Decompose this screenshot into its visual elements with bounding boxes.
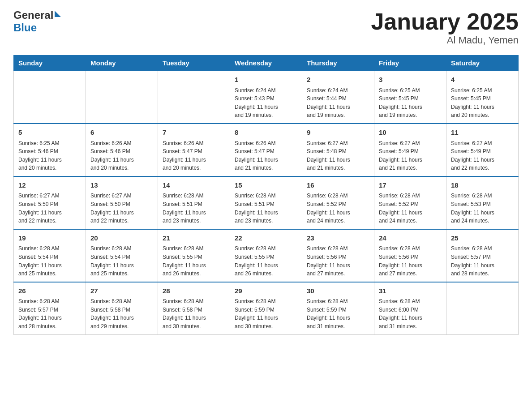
weekday-header-friday: Friday [374, 56, 446, 71]
calendar-week-3: 12Sunrise: 6:27 AMSunset: 5:50 PMDayligh… [14, 176, 519, 229]
day-number: 7 [163, 128, 225, 138]
calendar-cell: 17Sunrise: 6:28 AMSunset: 5:52 PMDayligh… [374, 176, 446, 229]
day-number: 10 [379, 128, 442, 138]
logo: General Blue [13, 9, 61, 34]
calendar-location: Al Madu, Yemen [371, 34, 519, 46]
calendar-cell: 9Sunrise: 6:27 AMSunset: 5:48 PMDaylight… [302, 124, 374, 176]
day-info: Sunrise: 6:28 AMSunset: 5:59 PMDaylight:… [307, 297, 369, 330]
calendar-cell: 19Sunrise: 6:28 AMSunset: 5:54 PMDayligh… [14, 229, 86, 282]
day-info: Sunrise: 6:28 AMSunset: 5:54 PMDaylight:… [18, 244, 81, 278]
day-info: Sunrise: 6:28 AMSunset: 5:57 PMDaylight:… [451, 244, 514, 278]
day-number: 2 [307, 75, 369, 85]
calendar-cell: 18Sunrise: 6:28 AMSunset: 5:53 PMDayligh… [446, 176, 519, 229]
calendar-header: SundayMondayTuesdayWednesdayThursdayFrid… [14, 56, 519, 71]
day-info: Sunrise: 6:26 AMSunset: 5:46 PMDaylight:… [90, 139, 153, 172]
day-info: Sunrise: 6:28 AMSunset: 5:53 PMDaylight:… [451, 192, 514, 225]
day-info: Sunrise: 6:28 AMSunset: 5:52 PMDaylight:… [379, 192, 442, 225]
calendar-cell [446, 282, 519, 334]
day-info: Sunrise: 6:28 AMSunset: 5:51 PMDaylight:… [163, 192, 225, 225]
day-number: 17 [379, 180, 442, 191]
day-info: Sunrise: 6:28 AMSunset: 5:56 PMDaylight:… [379, 244, 442, 278]
day-number: 22 [235, 233, 297, 244]
day-number: 31 [379, 286, 442, 296]
day-info: Sunrise: 6:28 AMSunset: 5:51 PMDaylight:… [235, 192, 297, 225]
calendar-cell: 29Sunrise: 6:28 AMSunset: 5:59 PMDayligh… [230, 282, 302, 334]
day-number: 5 [18, 128, 81, 138]
day-info: Sunrise: 6:28 AMSunset: 5:56 PMDaylight:… [307, 244, 369, 278]
day-number: 18 [451, 180, 514, 191]
day-number: 14 [163, 180, 225, 191]
weekday-header-sunday: Sunday [14, 56, 86, 71]
day-number: 26 [18, 286, 81, 296]
logo-general-text: General [13, 9, 53, 21]
day-number: 9 [307, 128, 369, 138]
calendar-cell: 21Sunrise: 6:28 AMSunset: 5:55 PMDayligh… [158, 229, 230, 282]
logo-blue-text: Blue [13, 21, 37, 34]
day-info: Sunrise: 6:26 AMSunset: 5:47 PMDaylight:… [235, 139, 297, 172]
calendar-cell: 31Sunrise: 6:28 AMSunset: 6:00 PMDayligh… [374, 282, 446, 334]
calendar-cell: 1Sunrise: 6:24 AMSunset: 5:43 PMDaylight… [230, 71, 302, 124]
day-number: 3 [379, 75, 442, 85]
calendar-cell [86, 71, 158, 124]
day-info: Sunrise: 6:27 AMSunset: 5:49 PMDaylight:… [451, 139, 514, 172]
calendar-cell: 26Sunrise: 6:28 AMSunset: 5:57 PMDayligh… [14, 282, 86, 334]
title-block: January 2025 Al Madu, Yemen [371, 9, 519, 46]
calendar-cell: 22Sunrise: 6:28 AMSunset: 5:55 PMDayligh… [230, 229, 302, 282]
day-number: 1 [235, 75, 297, 85]
calendar-cell: 23Sunrise: 6:28 AMSunset: 5:56 PMDayligh… [302, 229, 374, 282]
day-info: Sunrise: 6:27 AMSunset: 5:48 PMDaylight:… [307, 139, 369, 172]
day-info: Sunrise: 6:24 AMSunset: 5:43 PMDaylight:… [235, 86, 297, 120]
calendar-week-5: 26Sunrise: 6:28 AMSunset: 5:57 PMDayligh… [14, 282, 519, 334]
calendar-cell: 5Sunrise: 6:25 AMSunset: 5:46 PMDaylight… [14, 124, 86, 176]
calendar-cell: 25Sunrise: 6:28 AMSunset: 5:57 PMDayligh… [446, 229, 519, 282]
calendar-cell: 30Sunrise: 6:28 AMSunset: 5:59 PMDayligh… [302, 282, 374, 334]
day-number: 28 [163, 286, 225, 296]
calendar-cell: 2Sunrise: 6:24 AMSunset: 5:44 PMDaylight… [302, 71, 374, 124]
calendar-cell [14, 71, 86, 124]
day-info: Sunrise: 6:28 AMSunset: 5:52 PMDaylight:… [307, 192, 369, 225]
day-number: 11 [451, 128, 514, 138]
day-number: 23 [307, 233, 369, 244]
day-info: Sunrise: 6:28 AMSunset: 5:55 PMDaylight:… [163, 244, 225, 278]
calendar-cell: 15Sunrise: 6:28 AMSunset: 5:51 PMDayligh… [230, 176, 302, 229]
day-info: Sunrise: 6:25 AMSunset: 5:46 PMDaylight:… [18, 139, 81, 172]
day-number: 13 [90, 180, 153, 191]
day-number: 30 [307, 286, 369, 296]
calendar-week-2: 5Sunrise: 6:25 AMSunset: 5:46 PMDaylight… [14, 124, 519, 176]
calendar-cell: 10Sunrise: 6:27 AMSunset: 5:49 PMDayligh… [374, 124, 446, 176]
calendar-week-1: 1Sunrise: 6:24 AMSunset: 5:43 PMDaylight… [14, 71, 519, 124]
calendar-cell: 8Sunrise: 6:26 AMSunset: 5:47 PMDaylight… [230, 124, 302, 176]
page-header: General Blue January 2025 Al Madu, Yemen [13, 9, 519, 46]
calendar-cell [158, 71, 230, 124]
day-number: 16 [307, 180, 369, 191]
calendar-cell: 7Sunrise: 6:26 AMSunset: 5:47 PMDaylight… [158, 124, 230, 176]
logo-arrow-icon [55, 11, 61, 17]
day-info: Sunrise: 6:26 AMSunset: 5:47 PMDaylight:… [163, 139, 225, 172]
calendar-cell: 3Sunrise: 6:25 AMSunset: 5:45 PMDaylight… [374, 71, 446, 124]
day-number: 15 [235, 180, 297, 191]
day-number: 21 [163, 233, 225, 244]
weekday-header-monday: Monday [86, 56, 158, 71]
calendar-cell: 14Sunrise: 6:28 AMSunset: 5:51 PMDayligh… [158, 176, 230, 229]
day-info: Sunrise: 6:28 AMSunset: 6:00 PMDaylight:… [379, 297, 442, 330]
day-number: 20 [90, 233, 153, 244]
calendar-body: 1Sunrise: 6:24 AMSunset: 5:43 PMDaylight… [14, 71, 519, 334]
day-info: Sunrise: 6:25 AMSunset: 5:45 PMDaylight:… [451, 86, 514, 120]
day-number: 12 [18, 180, 81, 191]
weekday-header-thursday: Thursday [302, 56, 374, 71]
calendar-cell: 6Sunrise: 6:26 AMSunset: 5:46 PMDaylight… [86, 124, 158, 176]
day-info: Sunrise: 6:28 AMSunset: 5:59 PMDaylight:… [235, 297, 297, 330]
calendar-cell: 20Sunrise: 6:28 AMSunset: 5:54 PMDayligh… [86, 229, 158, 282]
day-number: 6 [90, 128, 153, 138]
day-number: 24 [379, 233, 442, 244]
day-info: Sunrise: 6:28 AMSunset: 5:54 PMDaylight:… [90, 244, 153, 278]
calendar-cell: 27Sunrise: 6:28 AMSunset: 5:58 PMDayligh… [86, 282, 158, 334]
day-info: Sunrise: 6:27 AMSunset: 5:49 PMDaylight:… [379, 139, 442, 172]
day-info: Sunrise: 6:28 AMSunset: 5:55 PMDaylight:… [235, 244, 297, 278]
day-number: 25 [451, 233, 514, 244]
weekday-header-row: SundayMondayTuesdayWednesdayThursdayFrid… [14, 56, 519, 71]
weekday-header-saturday: Saturday [446, 56, 519, 71]
day-number: 27 [90, 286, 153, 296]
day-info: Sunrise: 6:28 AMSunset: 5:57 PMDaylight:… [18, 297, 81, 330]
calendar-title: January 2025 [371, 9, 519, 34]
